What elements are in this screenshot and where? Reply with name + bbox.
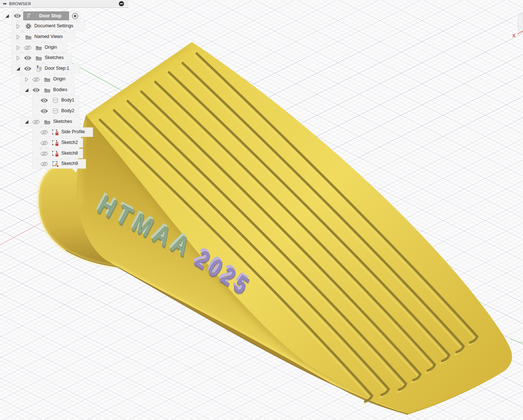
- tree-row-side-profile[interactable]: Side Profile: [0, 127, 133, 137]
- tree-row-document-settings[interactable]: Document Settings: [0, 21, 133, 31]
- row-label[interactable]: Door Step:1: [45, 66, 69, 71]
- sketch-locked-icon: [51, 149, 60, 158]
- row-label[interactable]: Sketches: [45, 55, 63, 60]
- row-label[interactable]: Sketch8: [61, 151, 78, 156]
- expand-arrow-icon[interactable]: [22, 117, 31, 127]
- visibility-eye-icon[interactable]: [23, 53, 32, 63]
- component-icon: [24, 11, 35, 21]
- visibility-eye-icon[interactable]: [31, 75, 41, 84]
- collapse-arrow-icon[interactable]: [22, 75, 31, 84]
- selected-row-box[interactable]: Door Stop: [23, 11, 69, 20]
- sketch-locked-icon: [51, 138, 60, 148]
- body-icon: [51, 96, 60, 105]
- row-label[interactable]: Origin: [45, 45, 57, 50]
- expand-arrow-icon[interactable]: [13, 64, 23, 73]
- collapse-panel-icon[interactable]: ◀◀: [3, 2, 6, 5]
- visibility-eye-icon[interactable]: [23, 43, 32, 52]
- remove-panel-icon[interactable]: [119, 1, 124, 6]
- collapse-arrow-icon[interactable]: [13, 43, 23, 52]
- activate-component-radio[interactable]: [70, 11, 80, 21]
- visibility-eye-icon[interactable]: [39, 149, 49, 158]
- row-label[interactable]: Sketch9: [61, 161, 78, 166]
- row-label[interactable]: Named Views: [34, 34, 63, 39]
- visibility-eye-icon[interactable]: [39, 159, 49, 169]
- tree-row-origin-child[interactable]: Origin: [0, 75, 133, 84]
- visibility-eye-icon[interactable]: [39, 138, 49, 148]
- viewcube[interactable]: [517, 13, 523, 33]
- tree-row-origin[interactable]: Origin: [0, 43, 133, 52]
- collapse-arrow-icon[interactable]: [13, 21, 23, 31]
- folder-icon: [42, 117, 52, 127]
- body-icon: [51, 106, 60, 116]
- row-label[interactable]: Sketch2: [61, 140, 78, 145]
- browser-panel-header: ◀◀ BROWSER: [0, 0, 128, 8]
- sketch-editable-icon: [51, 159, 60, 169]
- row-label[interactable]: Body1: [61, 97, 74, 103]
- tree-row-sketches-child[interactable]: Sketches: [0, 117, 133, 127]
- tree-row-body2[interactable]: Body2: [0, 106, 133, 116]
- visibility-eye-icon[interactable]: [31, 85, 41, 95]
- x-axis-line-left: [0, 223, 41, 245]
- tree-row-sketch9[interactable]: Sketch9: [0, 159, 133, 169]
- folder-icon: [34, 43, 44, 52]
- expand-arrow-icon[interactable]: [2, 11, 12, 21]
- collapse-arrow-icon[interactable]: [13, 32, 23, 42]
- gear-icon: [24, 21, 33, 31]
- folder-icon: [42, 85, 52, 95]
- browser-panel-title: BROWSER: [9, 1, 31, 6]
- door-stop-model-canvas[interactable]: HTMAAHTMAAHTMAA202520252025 X: [0, 0, 523, 420]
- row-label[interactable]: Body2: [61, 108, 74, 113]
- expand-arrow-icon[interactable]: [22, 85, 31, 95]
- folder-icon: [42, 75, 52, 84]
- row-label[interactable]: Sketches: [53, 119, 72, 124]
- viewport-3d[interactable]: HTMAAHTMAAHTMAA202520252025 X: [0, 0, 523, 420]
- tree-row-named-views[interactable]: Named Views: [0, 32, 133, 42]
- viewcube-x-axis-label[interactable]: X: [512, 33, 516, 38]
- row-label: Door Stop: [39, 13, 61, 18]
- tree-row-door-step-1[interactable]: Door Step:1: [0, 64, 133, 73]
- row-label[interactable]: Origin: [53, 76, 65, 82]
- visibility-eye-icon[interactable]: [13, 11, 22, 21]
- visibility-eye-icon[interactable]: [23, 64, 32, 73]
- folder-icon: [24, 32, 33, 42]
- tree-row-sketch8[interactable]: Sketch8: [0, 149, 133, 158]
- collapse-arrow-icon[interactable]: [13, 53, 23, 63]
- tree-row-sketch2[interactable]: Sketch2: [0, 138, 133, 148]
- visibility-eye-icon[interactable]: [31, 117, 41, 127]
- visibility-eye-icon[interactable]: [39, 106, 49, 116]
- visibility-eye-icon[interactable]: [39, 96, 49, 105]
- row-label[interactable]: Side Profile: [61, 129, 85, 134]
- visibility-eye-icon[interactable]: [39, 127, 49, 137]
- tree-row-sketches[interactable]: Sketches: [0, 53, 133, 63]
- tree-row-door-stop[interactable]: Door Stop: [0, 11, 133, 21]
- fusion-window: HTMAAHTMAAHTMAA202520252025 X ◀◀ BROWSER…: [0, 0, 523, 420]
- row-label[interactable]: Bodies: [53, 87, 67, 92]
- folder-icon: [34, 53, 44, 63]
- tree-row-body1[interactable]: Body1: [0, 96, 133, 105]
- y-axis-line-right: [511, 339, 523, 343]
- sketch-locked-icon: [51, 127, 60, 137]
- tree-row-bodies[interactable]: Bodies: [0, 85, 133, 95]
- row-label[interactable]: Document Settings: [34, 23, 73, 28]
- component-grounded-icon: [34, 64, 44, 73]
